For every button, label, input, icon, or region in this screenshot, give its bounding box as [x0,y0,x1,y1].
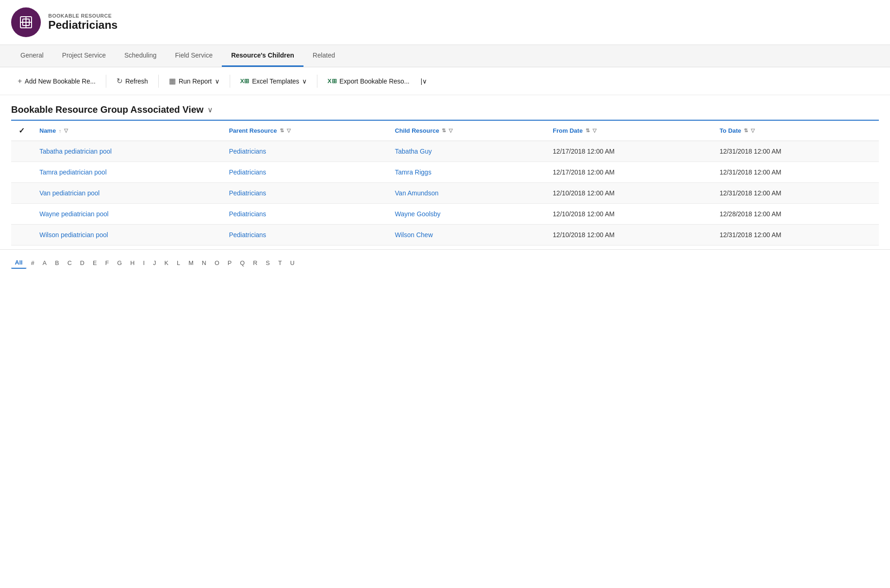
row-name[interactable]: Tabatha pediatrician pool [32,141,221,162]
excel-templates-button[interactable]: X⊞ Excel Templates ∨ [234,74,313,89]
parent-link[interactable]: Pediatricians [229,189,266,197]
child-filter-icon[interactable]: ▽ [449,128,452,134]
tab-field-service[interactable]: Field Service [166,45,222,67]
parent-link[interactable]: Pediatricians [229,231,266,239]
alpha-e[interactable]: E [89,258,101,268]
tab-general[interactable]: General [11,45,53,67]
alpha-#[interactable]: # [27,258,38,268]
row-parent-resource[interactable]: Pediatricians [221,225,387,246]
row-child-resource[interactable]: Tamra Riggs [387,162,545,183]
row-checkbox[interactable] [11,141,32,162]
alpha-j[interactable]: J [149,258,160,268]
table-row[interactable]: Van pediatrician pool Pediatricians Van … [11,183,879,204]
row-name[interactable]: Wilson pediatrician pool [32,225,221,246]
table-row[interactable]: Wayne pediatrician pool Pediatricians Wa… [11,204,879,225]
to-sort-icon[interactable]: ⇅ [744,128,748,134]
th-name-label: Name [39,127,56,134]
tab-project-service[interactable]: Project Service [53,45,115,67]
parent-filter-icon[interactable]: ▽ [287,128,290,134]
row-parent-resource[interactable]: Pediatricians [221,141,387,162]
row-checkbox[interactable] [11,204,32,225]
alpha-l[interactable]: L [173,258,184,268]
row-from-date: 12/10/2018 12:00 AM [545,183,712,204]
row-name[interactable]: Van pediatrician pool [32,183,221,204]
table-row[interactable]: Tabatha pediatrician pool Pediatricians … [11,141,879,162]
name-link[interactable]: Tamra pediatrician pool [39,168,107,176]
plus-icon: + [18,77,22,85]
export-dropdown-button[interactable]: |∨ [418,74,430,89]
alpha-t[interactable]: T [274,258,285,268]
to-filter-icon[interactable]: ▽ [751,128,755,134]
child-link[interactable]: Tabatha Guy [395,148,432,155]
alpha-b[interactable]: B [52,258,63,268]
name-link[interactable]: Tabatha pediatrician pool [39,148,112,155]
alpha-s[interactable]: S [262,258,274,268]
alpha-q[interactable]: Q [236,258,248,268]
alpha-m[interactable]: M [185,258,197,268]
parent-link[interactable]: Pediatricians [229,148,266,155]
alpha-a[interactable]: A [39,258,51,268]
separator-2 [158,75,159,88]
alpha-u[interactable]: U [286,258,298,268]
row-child-resource[interactable]: Wilson Chew [387,225,545,246]
alpha-f[interactable]: F [102,258,113,268]
table-row[interactable]: Wilson pediatrician pool Pediatricians W… [11,225,879,246]
row-child-resource[interactable]: Van Amundson [387,183,545,204]
child-sort-icon[interactable]: ⇅ [442,128,446,134]
alpha-all[interactable]: All [11,257,26,269]
export-button[interactable]: X⊞ Export Bookable Reso... [321,74,416,89]
run-report-icon: ▦ [169,77,176,85]
tab-scheduling[interactable]: Scheduling [115,45,166,67]
th-child-resource: Child Resource ⇅ ▽ [387,120,545,141]
name-filter-icon[interactable]: ▽ [64,128,68,134]
from-sort-icon[interactable]: ⇅ [586,128,590,134]
refresh-button[interactable]: ↻ Refresh [110,73,155,89]
tab-related[interactable]: Related [303,45,344,67]
th-parent-resource: Parent Resource ⇅ ▽ [221,120,387,141]
row-name[interactable]: Tamra pediatrician pool [32,162,221,183]
select-all-checkbox[interactable]: ✓ [19,127,25,135]
name-link[interactable]: Wilson pediatrician pool [39,231,108,239]
tab-resources-children[interactable]: Resource's Children [222,45,303,67]
table-container: ✓ Name ↑ ▽ Parent Resource ⇅ ▽ [0,120,890,246]
app-logo [11,7,41,37]
row-checkbox[interactable] [11,225,32,246]
table-row[interactable]: Tamra pediatrician pool Pediatricians Ta… [11,162,879,183]
row-parent-resource[interactable]: Pediatricians [221,162,387,183]
run-report-button[interactable]: ▦ Run Report ∨ [162,73,226,89]
name-link[interactable]: Wayne pediatrician pool [39,210,109,218]
parent-sort-icon[interactable]: ⇅ [280,128,284,134]
parent-link[interactable]: Pediatricians [229,168,266,176]
row-parent-resource[interactable]: Pediatricians [221,204,387,225]
alpha-c[interactable]: C [64,258,75,268]
th-to-date-label: To Date [720,127,742,134]
alpha-p[interactable]: P [224,258,236,268]
row-child-resource[interactable]: Tabatha Guy [387,141,545,162]
name-sort-icon[interactable]: ↑ [58,128,61,134]
parent-link[interactable]: Pediatricians [229,210,266,218]
name-link[interactable]: Van pediatrician pool [39,189,100,197]
child-link[interactable]: Wayne Goolsby [395,210,440,218]
row-checkbox[interactable] [11,183,32,204]
alpha-i[interactable]: I [139,258,148,268]
row-child-resource[interactable]: Wayne Goolsby [387,204,545,225]
alpha-r[interactable]: R [249,258,261,268]
alpha-d[interactable]: D [77,258,88,268]
excel-chevron: ∨ [302,78,307,85]
th-to-date: To Date ⇅ ▽ [712,120,879,141]
alpha-k[interactable]: K [161,258,172,268]
child-link[interactable]: Wilson Chew [395,231,433,239]
row-name[interactable]: Wayne pediatrician pool [32,204,221,225]
alpha-o[interactable]: O [211,258,223,268]
alpha-n[interactable]: N [198,258,210,268]
row-checkbox[interactable] [11,162,32,183]
child-link[interactable]: Van Amundson [395,189,439,197]
from-filter-icon[interactable]: ▽ [593,128,596,134]
add-new-button[interactable]: + Add New Bookable Re... [11,73,102,89]
alpha-g[interactable]: G [114,258,126,268]
row-parent-resource[interactable]: Pediatricians [221,183,387,204]
th-checkbox[interactable]: ✓ [11,120,32,141]
alpha-h[interactable]: H [127,258,138,268]
view-title-chevron[interactable]: ∨ [207,105,213,114]
child-link[interactable]: Tamra Riggs [395,168,432,176]
